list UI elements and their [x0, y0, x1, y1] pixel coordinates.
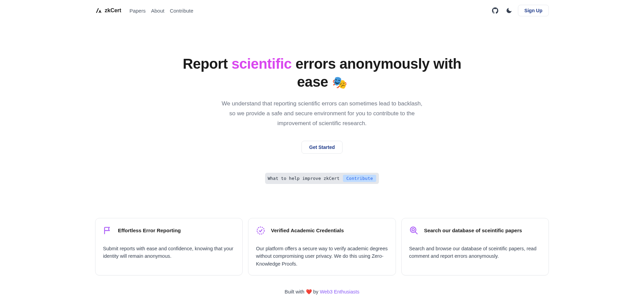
signup-button[interactable]: Sign Up — [518, 5, 549, 16]
top-nav: zkCert Papers About Contribute Sign Up — [0, 0, 644, 21]
get-started-button[interactable]: Get Started — [301, 141, 343, 154]
svg-point-2 — [412, 229, 414, 231]
hero-subtitle: We understand that reporting scientific … — [220, 99, 424, 129]
svg-point-0 — [257, 227, 264, 234]
footer: Built with ❤️ by Web3 Enthusiasts — [0, 282, 644, 302]
logo[interactable]: zkCert — [95, 7, 121, 14]
heart-icon: ❤️ — [306, 289, 312, 294]
svg-point-1 — [410, 227, 416, 232]
card-head: Verified Academic Credentials — [256, 226, 388, 235]
hero-title: Report scientific errors anonymously wit… — [176, 55, 468, 91]
contribute-pill[interactable]: Contribute — [343, 175, 376, 182]
feature-card-search: Search our database of sceintific papers… — [401, 218, 549, 275]
card-body: Our platform offers a secure way to veri… — [256, 245, 388, 268]
card-head: Effortless Error Reporting — [103, 226, 235, 235]
nav-link-about[interactable]: About — [151, 8, 164, 14]
hero-title-post: errors anonymously with ease — [292, 56, 461, 90]
masks-icon: 🎭 — [332, 75, 347, 89]
card-title: Verified Academic Credentials — [271, 227, 344, 233]
search-icon — [409, 226, 419, 235]
nav-right: Sign Up — [490, 5, 549, 16]
card-head: Search our database of sceintific papers — [409, 226, 541, 235]
nav-link-papers[interactable]: Papers — [129, 8, 146, 14]
card-title: Search our database of sceintific papers — [424, 227, 522, 233]
nav-link-contribute[interactable]: Contribute — [170, 8, 193, 14]
footer-pre: Built with — [284, 289, 306, 294]
moon-icon[interactable] — [504, 6, 514, 15]
footer-mid: by — [312, 289, 320, 294]
card-body: Submit reports with ease and confidence,… — [103, 245, 235, 260]
brand-name: zkCert — [105, 7, 121, 14]
features: Effortless Error Reporting Submit report… — [0, 198, 644, 282]
hero-title-pre: Report — [183, 56, 232, 72]
logo-icon — [95, 7, 102, 14]
flag-icon — [103, 226, 112, 235]
footer-link[interactable]: Web3 Enthusiasts — [320, 289, 360, 294]
nav-links: Papers About Contribute — [129, 8, 193, 14]
hero-title-accent: scientific — [231, 56, 292, 72]
hero: Report scientific errors anonymously wit… — [169, 21, 475, 198]
nav-left: zkCert Papers About Contribute — [95, 7, 193, 14]
badge-check-icon — [256, 226, 265, 235]
feature-card-credentials: Verified Academic Credentials Our platfo… — [248, 218, 396, 275]
feature-card-reporting: Effortless Error Reporting Submit report… — [95, 218, 243, 275]
github-icon[interactable] — [490, 5, 500, 16]
card-title: Effortless Error Reporting — [118, 227, 181, 233]
contribute-banner: What to help improve zkCert Contribute — [265, 173, 379, 184]
contribute-banner-text: What to help improve zkCert — [268, 176, 340, 181]
card-body: Search and browse our database of sceint… — [409, 245, 541, 260]
